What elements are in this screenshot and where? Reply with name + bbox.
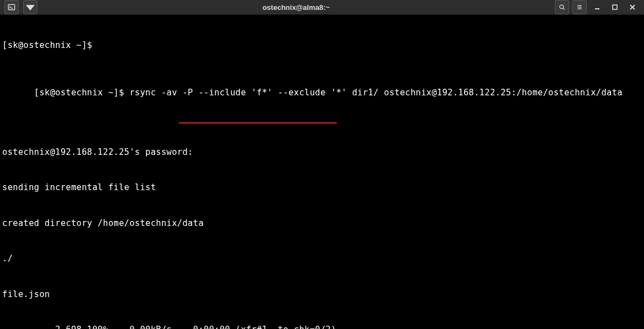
titlebar-right — [555, 0, 640, 14]
titlebar: ostechnix@alma8:~ — [0, 0, 644, 15]
red-underline-annotation — [179, 122, 337, 123]
svg-marker-2 — [26, 5, 35, 10]
svg-point-3 — [560, 5, 564, 9]
terminal-line: sending incremental file list — [2, 182, 642, 194]
new-tab-button[interactable] — [23, 0, 37, 14]
svg-rect-9 — [613, 5, 617, 9]
window-title: ostechnix@alma8:~ — [37, 3, 555, 12]
terminal-line: ostechnix@192.168.122.25's password: — [2, 147, 642, 159]
maximize-button[interactable] — [608, 0, 622, 14]
minimize-button[interactable] — [590, 0, 604, 14]
terminal-line: created directory /home/ostechnix/data — [2, 218, 642, 230]
terminal-line: [sk@ostechnix ~]$ rsync -av -P --include… — [2, 75, 642, 123]
close-button[interactable] — [625, 0, 640, 14]
svg-rect-0 — [8, 4, 14, 10]
search-button[interactable] — [555, 0, 569, 14]
terminal-line: file.json — [2, 289, 642, 301]
terminal-line: 2,698 100% 0.00kB/s 0:00:00 (xfr#1, to-c… — [2, 324, 642, 329]
titlebar-left — [4, 0, 37, 14]
terminal-icon[interactable] — [4, 0, 19, 14]
terminal-text: [sk@ostechnix ~]$ rsync -av -P --include… — [34, 88, 623, 98]
terminal-line: [sk@ostechnix ~]$ — [2, 40, 642, 52]
terminal-window: ostechnix@alma8:~ — [0, 0, 644, 329]
terminal-area[interactable]: [sk@ostechnix ~]$ [sk@ostechnix ~]$ rsyn… — [0, 15, 644, 329]
menu-button[interactable] — [572, 0, 587, 14]
terminal-line: ./ — [2, 253, 642, 265]
svg-line-4 — [563, 8, 565, 10]
